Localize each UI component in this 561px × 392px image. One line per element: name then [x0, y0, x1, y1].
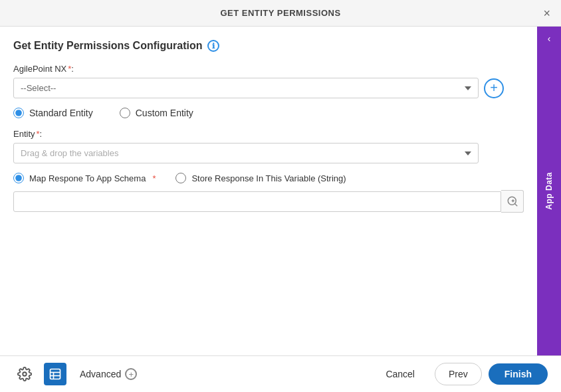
entity-type-radio-group: Standard Entity Custom Entity	[13, 108, 524, 118]
search-icon	[506, 195, 518, 207]
info-icon[interactable]: ℹ	[207, 40, 219, 52]
search-button[interactable]	[501, 190, 524, 213]
modal-title: GET ENTITY PERMISSIONS	[220, 8, 340, 18]
modal-body: Get Entity Permissions Configuration ℹ A…	[0, 27, 561, 355]
advanced-plus-icon: +	[125, 368, 137, 380]
map-response-required: *	[152, 173, 156, 183]
prev-button[interactable]: Prev	[435, 363, 482, 385]
footer-right: Cancel Prev Finish	[372, 363, 548, 385]
custom-entity-option[interactable]: Custom Entity	[120, 108, 193, 118]
app-data-sidebar[interactable]: ‹ App Data	[537, 27, 561, 355]
agilepoint-select[interactable]: --Select--	[13, 78, 479, 98]
agilepoint-label-text: AgilePoint NX	[13, 64, 66, 74]
agilepoint-field-group: AgilePoint NX*: --Select-- +	[13, 64, 524, 98]
standard-entity-option[interactable]: Standard Entity	[13, 108, 93, 118]
store-response-label: Store Response In This Variable (String)	[191, 173, 346, 183]
standard-entity-label: Standard Entity	[29, 108, 93, 118]
close-button[interactable]: ×	[540, 3, 553, 23]
gear-icon	[17, 367, 32, 381]
advanced-button[interactable]: Advanced +	[74, 365, 142, 383]
svg-line-1	[514, 203, 516, 205]
map-schema-input[interactable]	[13, 191, 501, 212]
agilepoint-add-button[interactable]: +	[484, 78, 504, 98]
custom-entity-label: Custom Entity	[136, 108, 193, 118]
custom-entity-radio[interactable]	[120, 108, 130, 118]
cancel-button[interactable]: Cancel	[372, 363, 428, 385]
gear-button[interactable]	[13, 363, 36, 385]
section-title: Get Entity Permissions Configuration ℹ	[13, 40, 524, 52]
svg-rect-5	[51, 369, 60, 379]
response-group: Map Respone To App Schema * Store Respon…	[13, 173, 524, 183]
standard-entity-radio[interactable]	[13, 108, 24, 118]
entity-label: Entity*:	[13, 129, 524, 139]
section-title-text: Get Entity Permissions Configuration	[13, 40, 202, 52]
store-response-radio[interactable]	[175, 173, 186, 183]
footer-left: Advanced +	[13, 363, 142, 385]
agilepoint-select-wrapper: --Select-- +	[13, 78, 524, 98]
finish-button[interactable]: Finish	[489, 363, 548, 385]
modal-header: GET ENTITY PERMISSIONS ×	[0, 0, 561, 27]
map-response-option[interactable]: Map Respone To App Schema *	[13, 173, 156, 183]
entity-label-text: Entity	[13, 129, 35, 139]
svg-point-4	[23, 372, 27, 376]
modal: GET ENTITY PERMISSIONS × Get Entity Perm…	[0, 0, 561, 392]
entity-required: *	[37, 129, 40, 139]
sidebar-label: App Data	[544, 165, 554, 217]
entity-select[interactable]: Drag & drop the variables	[13, 143, 479, 163]
agilepoint-required: *	[68, 64, 71, 74]
agilepoint-label: AgilePoint NX*:	[13, 64, 524, 74]
sidebar-arrow-icon: ‹	[548, 33, 551, 44]
workflow-button[interactable]	[44, 363, 66, 385]
store-response-option[interactable]: Store Response In This Variable (String)	[175, 173, 346, 183]
advanced-label: Advanced	[80, 369, 121, 379]
main-content: Get Entity Permissions Configuration ℹ A…	[0, 27, 537, 355]
map-schema-wrapper	[13, 190, 524, 213]
map-response-radio[interactable]	[13, 173, 24, 183]
modal-footer: Advanced + Cancel Prev Finish	[0, 355, 561, 392]
workflow-icon	[49, 367, 62, 381]
entity-select-wrapper: Drag & drop the variables	[13, 143, 524, 163]
entity-field-group: Entity*: Drag & drop the variables	[13, 129, 524, 163]
map-response-label: Map Respone To App Schema	[29, 173, 146, 183]
